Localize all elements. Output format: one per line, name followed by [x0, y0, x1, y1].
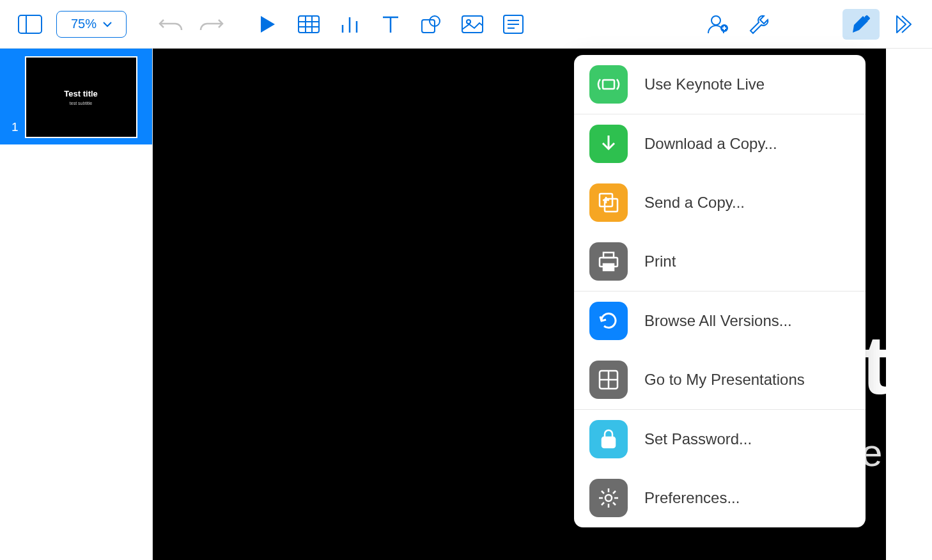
menu-label: Preferences... — [644, 489, 740, 507]
svg-point-15 — [467, 20, 470, 24]
lock-icon — [589, 420, 628, 458]
chart-button[interactable] — [331, 9, 368, 40]
table-button[interactable] — [290, 9, 327, 40]
chevron-down-icon — [103, 21, 112, 27]
menu-label: Browse All Versions... — [644, 312, 792, 330]
view-button[interactable] — [12, 9, 49, 40]
menu-set-password[interactable]: Set Password... — [574, 409, 866, 469]
svg-rect-0 — [19, 15, 42, 33]
download-icon — [589, 125, 628, 163]
play-button[interactable] — [249, 9, 286, 40]
media-button[interactable] — [454, 9, 491, 40]
menu-keynote-live[interactable]: Use Keynote Live — [574, 55, 866, 114]
menu-send[interactable]: Send a Copy... — [574, 173, 866, 232]
menu-label: Print — [644, 253, 676, 270]
print-icon — [589, 242, 628, 281]
shape-button[interactable] — [413, 9, 450, 40]
tools-button[interactable] — [740, 9, 777, 40]
zoom-select[interactable]: 75% — [56, 11, 127, 38]
grid-icon — [589, 361, 628, 399]
inspector-panel — [886, 49, 932, 560]
svg-point-20 — [711, 16, 720, 25]
text-button[interactable] — [372, 9, 409, 40]
thumb-subtitle: test subtitle — [70, 101, 92, 105]
menu-label: Send a Copy... — [644, 194, 745, 212]
zoom-value: 75% — [71, 17, 97, 31]
menu-label: Set Password... — [644, 430, 752, 448]
send-icon — [589, 183, 628, 222]
menu-goto-presentations[interactable]: Go to My Presentations — [574, 350, 866, 409]
svg-rect-33 — [603, 264, 614, 270]
animate-button[interactable] — [883, 9, 920, 40]
menu-label: Use Keynote Live — [644, 75, 765, 93]
menu-browse-versions[interactable]: Browse All Versions... — [574, 291, 866, 350]
redo-button[interactable] — [193, 9, 230, 40]
svg-point-38 — [605, 495, 612, 501]
svg-rect-14 — [462, 16, 483, 33]
format-button[interactable] — [843, 9, 880, 40]
tools-popover: Use Keynote Live Download a Copy... Send… — [574, 55, 866, 527]
gear-icon — [589, 479, 628, 517]
slide-preview: Test title test subtitle — [25, 56, 137, 138]
slide-thumb-1[interactable]: 1 Test title test subtitle — [0, 49, 152, 144]
menu-preferences[interactable]: Preferences... — [574, 469, 866, 527]
comment-button[interactable] — [495, 9, 532, 40]
history-icon — [589, 302, 628, 340]
svg-rect-32 — [603, 253, 614, 258]
toolbar: 75% — [0, 0, 932, 49]
slide-navigator: 1 Test title test subtitle — [0, 49, 153, 560]
svg-rect-25 — [603, 80, 614, 89]
slide-number: 1 — [12, 120, 19, 138]
svg-rect-2 — [299, 16, 319, 33]
thumb-title: Test title — [64, 89, 98, 98]
menu-label: Go to My Presentations — [644, 371, 805, 389]
menu-download[interactable]: Download a Copy... — [574, 114, 866, 173]
svg-rect-37 — [602, 437, 615, 447]
undo-button[interactable] — [152, 9, 189, 40]
menu-print[interactable]: Print — [574, 232, 866, 291]
broadcast-icon — [589, 65, 628, 104]
collaborate-button[interactable] — [699, 9, 736, 40]
menu-label: Download a Copy... — [644, 135, 777, 153]
